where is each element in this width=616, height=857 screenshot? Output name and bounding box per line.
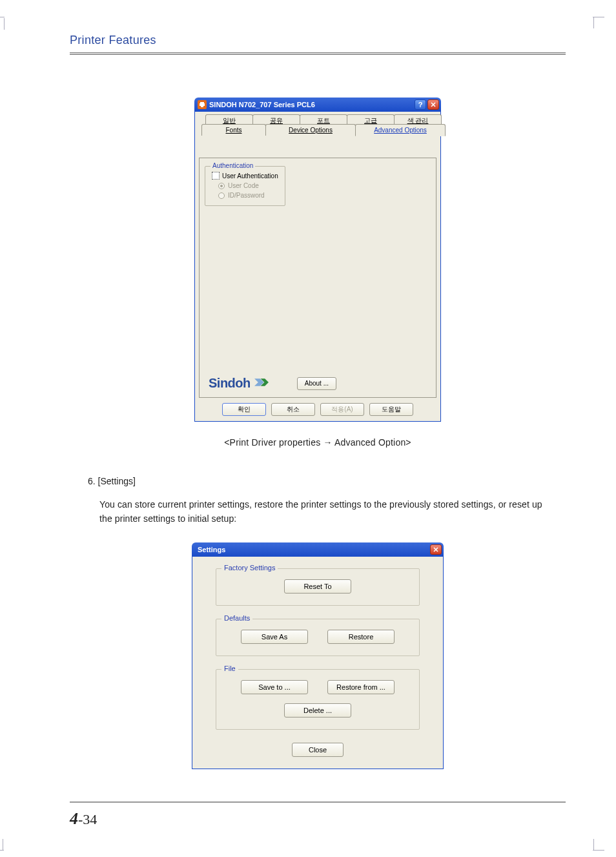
close-button[interactable]: Close	[292, 743, 344, 757]
footer-rule	[70, 801, 566, 803]
sindoh-logo-icon	[254, 378, 269, 389]
user-authentication-checkbox[interactable]: User Authentication	[212, 172, 278, 180]
tabs: 일반 공유 포트 고급 색 관리 Fonts Device Options Ad…	[199, 114, 436, 136]
chapter-number: 4	[70, 809, 78, 828]
cancel-button[interactable]: 취소	[271, 403, 315, 416]
page-number-value: 34	[83, 811, 97, 827]
dialog-title: SINDOH N702_707 Series PCL6	[209, 101, 315, 108]
restore-button[interactable]: Restore	[327, 630, 395, 644]
radio-user-code[interactable]: User Code	[218, 182, 278, 189]
authentication-legend: Authentication	[210, 162, 255, 169]
settings-title: Settings	[195, 546, 225, 553]
delete-button[interactable]: Delete ...	[284, 703, 351, 718]
tab-panel: Authentication User Authentication User …	[199, 158, 436, 398]
save-to-button[interactable]: Save to ...	[241, 680, 308, 694]
step-heading: 6. [Settings]	[88, 476, 566, 486]
apply-button: 적용(A)	[320, 403, 364, 416]
checkbox-icon	[212, 172, 220, 180]
defaults-legend: Defaults	[221, 614, 252, 622]
file-legend: File	[221, 665, 238, 672]
reset-to-button[interactable]: Reset To	[284, 579, 351, 594]
sindoh-logo-text: Sindoh	[209, 376, 251, 391]
tab-fonts[interactable]: Fonts	[201, 124, 266, 136]
page-number: 4-34	[70, 809, 97, 829]
settings-titlebar: Settings	[192, 542, 444, 557]
tab-device-options[interactable]: Device Options	[265, 124, 356, 136]
titlebar-close-button[interactable]	[427, 99, 439, 110]
radio-id-password-label: ID/Password	[228, 192, 265, 199]
radio-id-password[interactable]: ID/Password	[218, 192, 278, 199]
ok-button[interactable]: 확인	[222, 403, 266, 416]
file-fieldset: File Save to ... Restore from ... Delete…	[216, 669, 420, 730]
factory-settings-fieldset: Factory Settings Reset To	[216, 568, 420, 606]
header-rule	[70, 52, 566, 55]
step-body: You can store current printer settings, …	[99, 498, 551, 526]
help-button[interactable]: 도움말	[369, 403, 413, 416]
user-authentication-label: User Authentication	[222, 172, 278, 180]
save-as-button[interactable]: Save As	[241, 630, 308, 644]
svg-rect-2	[201, 106, 203, 107]
page-header-title: Printer Features	[70, 34, 566, 47]
radio-user-code-label: User Code	[228, 182, 259, 189]
printer-properties-dialog: SINDOH N702_707 Series PCL6 ? 일반 공유 포트 고…	[194, 98, 441, 422]
dialog-titlebar: SINDOH N702_707 Series PCL6 ?	[194, 98, 441, 112]
authentication-fieldset: Authentication User Authentication User …	[205, 166, 285, 206]
defaults-fieldset: Defaults Save As Restore	[216, 619, 420, 656]
radio-icon	[218, 192, 225, 199]
about-button[interactable]: About ...	[297, 377, 336, 390]
sindoh-logo: Sindoh	[209, 376, 269, 391]
radio-icon	[218, 183, 225, 189]
printer-icon	[198, 100, 207, 109]
svg-rect-1	[200, 102, 204, 103]
restore-from-button[interactable]: Restore from ...	[327, 680, 395, 694]
tab-advanced-options[interactable]: Advanced Options	[355, 124, 446, 136]
figure1-caption: <Print Driver properties → Advanced Opti…	[70, 437, 566, 448]
settings-close-icon-button[interactable]	[430, 544, 442, 555]
svg-rect-0	[200, 103, 205, 106]
factory-settings-legend: Factory Settings	[221, 564, 278, 572]
settings-dialog: Settings Factory Settings Reset To Defau…	[192, 542, 444, 769]
titlebar-help-button[interactable]: ?	[415, 99, 426, 110]
